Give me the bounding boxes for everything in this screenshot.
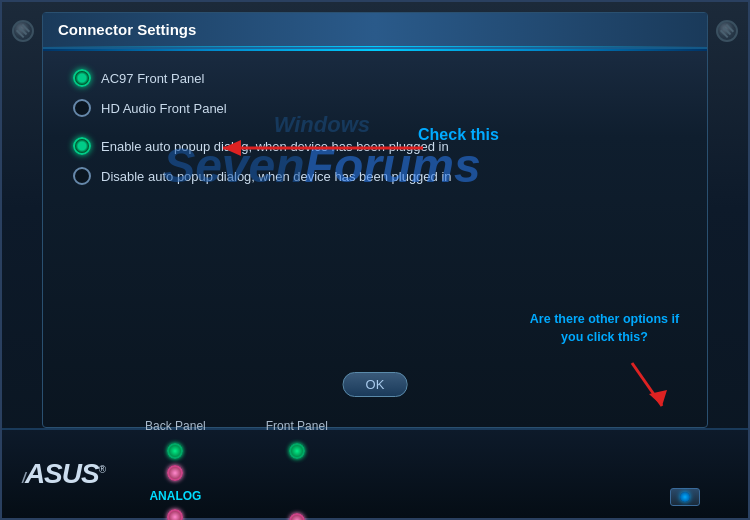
title-bar: Connector Settings [43, 13, 707, 49]
outer-frame: Connector Settings AC97 Front Panel HD A… [0, 0, 750, 520]
svg-line-2 [632, 363, 662, 406]
svg-marker-3 [649, 390, 667, 406]
ac97-label: AC97 Front Panel [101, 71, 204, 86]
bottom-bar: /ASUS® Back Panel ANALOG Front Panel [2, 428, 748, 518]
question-annotation: Are there other options if you click thi… [527, 310, 682, 348]
hd-audio-option[interactable]: HD Audio Front Panel [73, 99, 677, 117]
back-panel-green-dot [167, 443, 183, 459]
bottom-right-indicator [670, 488, 700, 506]
panel-connectors: Back Panel ANALOG Front Panel [145, 419, 328, 520]
ac97-radio[interactable] [73, 69, 91, 87]
back-panel-col: Back Panel ANALOG [145, 419, 206, 520]
disable-popup-label: Disable auto popup dialog, when device h… [101, 169, 452, 184]
disable-popup-radio[interactable] [73, 167, 91, 185]
question-arrow [617, 358, 677, 417]
screw-top-right [716, 20, 738, 42]
main-panel: Connector Settings AC97 Front Panel HD A… [42, 12, 708, 428]
indicator-light [680, 492, 690, 502]
front-panel-col: Front Panel [266, 419, 328, 520]
enable-popup-option[interactable]: Enable auto popup dialog, when device ha… [73, 137, 677, 155]
check-this-text: Check this [418, 126, 499, 143]
check-this-label-wrapper: Check this [418, 126, 499, 144]
enable-popup-radio[interactable] [73, 137, 91, 155]
back-panel-pink-dot2 [167, 509, 183, 520]
connector-type-group: AC97 Front Panel HD Audio Front Panel [73, 69, 677, 117]
ok-button[interactable]: OK [343, 372, 408, 397]
back-panel-label: Back Panel [145, 419, 206, 433]
asus-text: ASUS [25, 458, 99, 489]
asus-registered: ® [99, 464, 105, 475]
front-panel-pink-dot [289, 513, 305, 520]
disable-popup-option[interactable]: Disable auto popup dialog, when device h… [73, 167, 677, 185]
enable-popup-label: Enable auto popup dialog, when device ha… [101, 139, 449, 154]
content-area: AC97 Front Panel HD Audio Front Panel En… [43, 51, 707, 225]
popup-dialog-group: Enable auto popup dialog, when device ha… [73, 137, 677, 185]
window-title: Connector Settings [58, 21, 196, 38]
question-arrow-svg [617, 358, 677, 413]
asus-logo: /ASUS® [22, 458, 105, 490]
front-panel-label: Front Panel [266, 419, 328, 433]
front-panel-green-dot [289, 443, 305, 459]
indicator-box [670, 488, 700, 506]
back-panel-pink-dot [167, 465, 183, 481]
analog-label: ANALOG [149, 489, 201, 503]
ok-button-wrapper: OK [343, 372, 408, 397]
screw-top-left [12, 20, 34, 42]
hd-audio-label: HD Audio Front Panel [101, 101, 227, 116]
ac97-option[interactable]: AC97 Front Panel [73, 69, 677, 87]
hd-audio-radio[interactable] [73, 99, 91, 117]
